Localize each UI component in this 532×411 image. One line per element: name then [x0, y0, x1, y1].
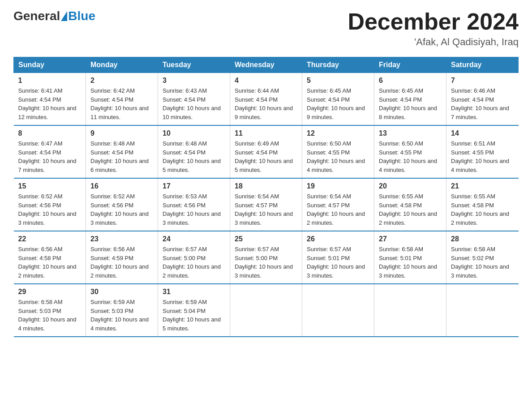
header-cell-thursday: Thursday — [302, 57, 374, 73]
day-number: 16 — [90, 182, 153, 190]
day-number: 11 — [235, 129, 297, 137]
day-number: 4 — [235, 77, 297, 85]
header-cell-saturday: Saturday — [446, 57, 519, 73]
day-detail: Sunrise: 6:57 AMSunset: 5:00 PMDaylight:… — [163, 245, 225, 280]
day-cell: 11Sunrise: 6:49 AMSunset: 4:54 PMDayligh… — [230, 125, 302, 178]
day-number: 19 — [307, 182, 369, 190]
header-cell-tuesday: Tuesday — [158, 57, 230, 73]
day-detail: Sunrise: 6:56 AMSunset: 4:59 PMDaylight:… — [90, 245, 153, 280]
day-detail: Sunrise: 6:53 AMSunset: 4:56 PMDaylight:… — [163, 192, 225, 227]
day-number: 5 — [307, 77, 369, 85]
day-detail: Sunrise: 6:41 AMSunset: 4:54 PMDaylight:… — [18, 86, 82, 121]
day-number: 28 — [451, 235, 514, 243]
day-detail: Sunrise: 6:54 AMSunset: 4:57 PMDaylight:… — [235, 192, 297, 227]
header-cell-wednesday: Wednesday — [230, 57, 302, 73]
day-detail: Sunrise: 6:48 AMSunset: 4:54 PMDaylight:… — [90, 139, 153, 174]
day-cell: 18Sunrise: 6:54 AMSunset: 4:57 PMDayligh… — [230, 178, 302, 231]
week-row-2: 8Sunrise: 6:47 AMSunset: 4:54 PMDaylight… — [14, 125, 519, 178]
day-detail: Sunrise: 6:57 AMSunset: 5:01 PMDaylight:… — [307, 245, 369, 280]
day-cell: 8Sunrise: 6:47 AMSunset: 4:54 PMDaylight… — [14, 125, 86, 178]
page-header: General Blue December 2024 'Afak, Al Qad… — [13, 9, 519, 48]
day-cell — [446, 284, 519, 337]
day-cell: 29Sunrise: 6:58 AMSunset: 5:03 PMDayligh… — [14, 284, 86, 337]
day-number: 29 — [18, 288, 82, 296]
month-title: December 2024 — [348, 9, 519, 34]
day-cell: 9Sunrise: 6:48 AMSunset: 4:54 PMDaylight… — [86, 125, 158, 178]
day-detail: Sunrise: 6:59 AMSunset: 5:03 PMDaylight:… — [90, 298, 153, 333]
day-cell: 7Sunrise: 6:46 AMSunset: 4:54 PMDaylight… — [446, 73, 519, 126]
day-cell: 31Sunrise: 6:59 AMSunset: 5:04 PMDayligh… — [158, 284, 230, 337]
day-number: 8 — [18, 129, 82, 137]
day-number: 24 — [163, 235, 225, 243]
logo-blue: Blue — [68, 9, 95, 23]
logo-text: General Blue — [13, 9, 95, 23]
day-number: 9 — [90, 129, 153, 137]
day-number: 22 — [18, 235, 82, 243]
day-number: 21 — [451, 182, 514, 190]
day-number: 6 — [379, 77, 442, 85]
day-cell: 25Sunrise: 6:57 AMSunset: 5:00 PMDayligh… — [230, 231, 302, 284]
day-cell: 6Sunrise: 6:45 AMSunset: 4:54 PMDaylight… — [374, 73, 446, 126]
day-cell: 12Sunrise: 6:50 AMSunset: 4:55 PMDayligh… — [302, 125, 374, 178]
day-cell: 16Sunrise: 6:52 AMSunset: 4:56 PMDayligh… — [86, 178, 158, 231]
day-number: 18 — [235, 182, 297, 190]
day-cell: 21Sunrise: 6:55 AMSunset: 4:58 PMDayligh… — [446, 178, 519, 231]
day-cell: 13Sunrise: 6:50 AMSunset: 4:55 PMDayligh… — [374, 125, 446, 178]
day-number: 13 — [379, 129, 442, 137]
day-cell: 26Sunrise: 6:57 AMSunset: 5:01 PMDayligh… — [302, 231, 374, 284]
day-detail: Sunrise: 6:50 AMSunset: 4:55 PMDaylight:… — [307, 139, 369, 174]
day-cell — [302, 284, 374, 337]
header-cell-friday: Friday — [374, 57, 446, 73]
day-detail: Sunrise: 6:56 AMSunset: 4:58 PMDaylight:… — [18, 245, 82, 280]
day-cell: 24Sunrise: 6:57 AMSunset: 5:00 PMDayligh… — [158, 231, 230, 284]
day-cell: 4Sunrise: 6:44 AMSunset: 4:54 PMDaylight… — [230, 73, 302, 126]
day-number: 10 — [163, 129, 225, 137]
day-detail: Sunrise: 6:55 AMSunset: 4:58 PMDaylight:… — [379, 192, 442, 227]
day-detail: Sunrise: 6:51 AMSunset: 4:55 PMDaylight:… — [451, 139, 514, 174]
day-detail: Sunrise: 6:58 AMSunset: 5:03 PMDaylight:… — [18, 298, 82, 333]
logo-triangle-icon — [61, 11, 67, 21]
day-cell: 23Sunrise: 6:56 AMSunset: 4:59 PMDayligh… — [86, 231, 158, 284]
logo-general: General — [13, 9, 60, 23]
day-number: 31 — [163, 288, 225, 296]
day-detail: Sunrise: 6:43 AMSunset: 4:54 PMDaylight:… — [163, 86, 225, 121]
day-detail: Sunrise: 6:50 AMSunset: 4:55 PMDaylight:… — [379, 139, 442, 174]
week-row-3: 15Sunrise: 6:52 AMSunset: 4:56 PMDayligh… — [14, 178, 519, 231]
day-detail: Sunrise: 6:48 AMSunset: 4:54 PMDaylight:… — [163, 139, 225, 174]
day-detail: Sunrise: 6:45 AMSunset: 4:54 PMDaylight:… — [307, 86, 369, 121]
day-number: 7 — [451, 77, 514, 85]
day-number: 12 — [307, 129, 369, 137]
title-block: December 2024 'Afak, Al Qadisiyah, Iraq — [348, 9, 519, 48]
day-detail: Sunrise: 6:58 AMSunset: 5:02 PMDaylight:… — [451, 245, 514, 280]
day-cell: 30Sunrise: 6:59 AMSunset: 5:03 PMDayligh… — [86, 284, 158, 337]
day-number: 23 — [90, 235, 153, 243]
day-cell: 20Sunrise: 6:55 AMSunset: 4:58 PMDayligh… — [374, 178, 446, 231]
day-detail: Sunrise: 6:42 AMSunset: 4:54 PMDaylight:… — [90, 86, 153, 121]
day-detail: Sunrise: 6:52 AMSunset: 4:56 PMDaylight:… — [18, 192, 82, 227]
day-cell: 27Sunrise: 6:58 AMSunset: 5:01 PMDayligh… — [374, 231, 446, 284]
day-cell: 1Sunrise: 6:41 AMSunset: 4:54 PMDaylight… — [14, 73, 86, 126]
day-number: 26 — [307, 235, 369, 243]
day-cell: 3Sunrise: 6:43 AMSunset: 4:54 PMDaylight… — [158, 73, 230, 126]
day-number: 1 — [18, 77, 82, 85]
day-cell: 10Sunrise: 6:48 AMSunset: 4:54 PMDayligh… — [158, 125, 230, 178]
location-title: 'Afak, Al Qadisiyah, Iraq — [348, 36, 519, 48]
day-detail: Sunrise: 6:44 AMSunset: 4:54 PMDaylight:… — [235, 86, 297, 121]
day-detail: Sunrise: 6:57 AMSunset: 5:00 PMDaylight:… — [235, 245, 297, 280]
header-row: SundayMondayTuesdayWednesdayThursdayFrid… — [14, 57, 519, 73]
day-detail: Sunrise: 6:52 AMSunset: 4:56 PMDaylight:… — [90, 192, 153, 227]
day-cell: 15Sunrise: 6:52 AMSunset: 4:56 PMDayligh… — [14, 178, 86, 231]
day-detail: Sunrise: 6:47 AMSunset: 4:54 PMDaylight:… — [18, 139, 82, 174]
day-number: 15 — [18, 182, 82, 190]
day-cell: 17Sunrise: 6:53 AMSunset: 4:56 PMDayligh… — [158, 178, 230, 231]
logo: General Blue — [13, 9, 95, 23]
day-number: 3 — [163, 77, 225, 85]
day-detail: Sunrise: 6:55 AMSunset: 4:58 PMDaylight:… — [451, 192, 514, 227]
day-detail: Sunrise: 6:54 AMSunset: 4:57 PMDaylight:… — [307, 192, 369, 227]
day-number: 17 — [163, 182, 225, 190]
day-number: 25 — [235, 235, 297, 243]
day-detail: Sunrise: 6:45 AMSunset: 4:54 PMDaylight:… — [379, 86, 442, 121]
day-number: 30 — [90, 288, 153, 296]
day-cell — [374, 284, 446, 337]
day-number: 2 — [90, 77, 153, 85]
